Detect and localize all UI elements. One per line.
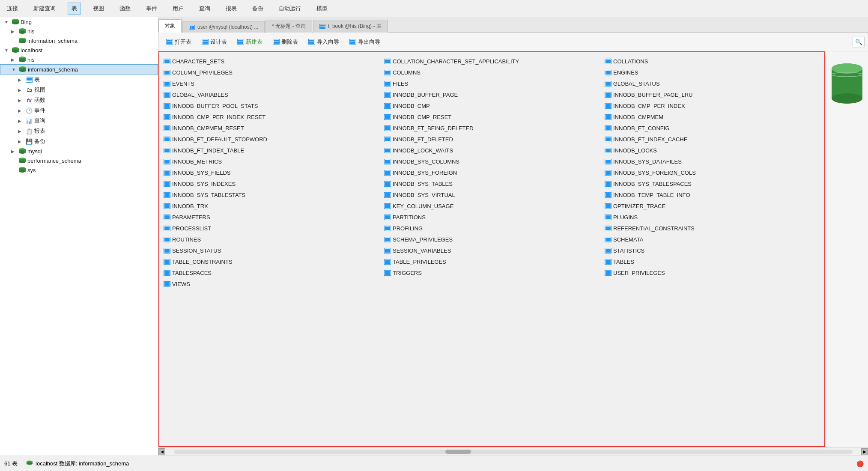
delete-table-btn[interactable]: 删除表 [268, 36, 302, 48]
table-entry[interactable]: INNODB_SYS_TABLESTATS [161, 189, 382, 200]
table-entry[interactable]: COLUMNS [382, 67, 602, 78]
menu-query[interactable]: 查询 [196, 3, 214, 14]
sidebar-item-mysql[interactable]: ▶ mysql [0, 146, 158, 156]
tab-t-book[interactable]: t_book @his (Bing) - 表 [313, 20, 388, 33]
table-entry[interactable]: INNODB_CMP_PER_INDEX [602, 100, 823, 111]
table-entry[interactable]: INNODB_TRX [161, 200, 382, 212]
design-table-btn[interactable]: 设计表 [197, 36, 231, 48]
table-entry[interactable]: FILES [382, 78, 602, 89]
table-entry[interactable]: INNODB_LOCK_WAITS [382, 145, 602, 156]
sidebar-item-localhost[interactable]: ▼ localhost [0, 45, 158, 55]
table-entry[interactable]: USER_PRIVILEGES [602, 267, 823, 278]
sidebar-item-event-group[interactable]: ▶ 🕐 事件 [0, 105, 158, 116]
table-entry[interactable]: INNODB_CMP_RESET [382, 111, 602, 122]
tab-objects[interactable]: 对象 [158, 19, 182, 33]
tab-user[interactable]: user @mysql (localhost) ... [182, 21, 265, 33]
menu-auto-run[interactable]: 自动运行 [275, 3, 304, 14]
sidebar-item-bing-infschema[interactable]: information_schema [0, 36, 158, 45]
table-entry[interactable]: STATISTICS [602, 245, 823, 256]
table-entry[interactable]: SESSION_VARIABLES [382, 245, 602, 256]
table-entry[interactable]: VIEWS [161, 278, 382, 289]
table-entry[interactable]: GLOBAL_VARIABLES [161, 89, 382, 100]
table-entry[interactable]: INNODB_SYS_COLUMNS [382, 156, 602, 167]
table-entry[interactable]: INNODB_CMPMEM [602, 111, 823, 122]
table-entry[interactable]: INNODB_CMP_PER_INDEX_RESET [161, 111, 382, 122]
table-entry[interactable]: INNODB_SYS_TABLES [382, 178, 602, 189]
sidebar-item-bing-his[interactable]: ▶ his [0, 27, 158, 36]
import-wizard-btn[interactable]: 导入向导 [304, 36, 343, 48]
table-entry[interactable]: TABLESPACES [161, 267, 382, 278]
menu-report[interactable]: 报表 [222, 3, 240, 14]
search-btn[interactable]: 🔍 [853, 36, 865, 48]
table-entry[interactable]: INNODB_SYS_VIRTUAL [382, 189, 602, 200]
horizontal-scrollbar[interactable]: ◀ ▶ [158, 447, 868, 456]
table-entry[interactable]: INNODB_CMPMEM_RESET [161, 122, 382, 134]
table-entry[interactable]: INNODB_SYS_TABLESPACES [602, 178, 823, 189]
table-entry[interactable]: GLOBAL_STATUS [602, 78, 823, 89]
table-entry[interactable]: INNODB_BUFFER_PAGE_LRU [602, 89, 823, 100]
table-entry[interactable]: INNODB_FT_DELETED [382, 134, 602, 145]
table-entry[interactable]: INNODB_FT_DEFAULT_STOPWORD [161, 134, 382, 145]
menu-table[interactable]: 表 [68, 3, 81, 15]
table-entry[interactable]: CHARACTER_SETS [161, 56, 382, 67]
sidebar-item-perf-schema[interactable]: performance_schema [0, 156, 158, 165]
new-table-btn[interactable]: 新建表 [233, 36, 267, 48]
table-entry[interactable]: PROCESSLIST [161, 223, 382, 234]
table-entry[interactable]: ROUTINES [161, 234, 382, 245]
table-entry[interactable]: INNODB_FT_CONFIG [602, 122, 823, 134]
sidebar-item-localhost-his[interactable]: ▶ his [0, 55, 158, 64]
table-entry[interactable]: PARAMETERS [161, 212, 382, 223]
menu-event[interactable]: 事件 [143, 3, 161, 14]
table-entry[interactable]: INNODB_BUFFER_POOL_STATS [161, 100, 382, 111]
table-entry[interactable]: INNODB_FT_INDEX_TABLE [161, 145, 382, 156]
scroll-right-btn[interactable]: ▶ [861, 448, 868, 455]
table-entry[interactable]: INNODB_BUFFER_PAGE [382, 89, 602, 100]
sidebar-item-backup-group[interactable]: ▶ 💾 备份 [0, 136, 158, 146]
sidebar-item-localhost-infschema[interactable]: ▼ information_schema [0, 64, 158, 75]
sidebar-item-sys[interactable]: sys [0, 165, 158, 175]
menu-model[interactable]: 模型 [313, 3, 331, 14]
table-entry[interactable]: TABLE_PRIVILEGES [382, 256, 602, 267]
table-entry[interactable]: SCHEMATA [602, 234, 823, 245]
tab-untitled[interactable]: * 无标题 - 查询 [265, 20, 312, 33]
sidebar-item-table-group[interactable]: ▶ 表 [0, 75, 158, 85]
table-entry[interactable]: INNODB_SYS_INDEXES [161, 178, 382, 189]
table-entry[interactable]: INNODB_SYS_FOREIGN_COLS [602, 167, 823, 178]
table-entry[interactable]: ENGINES [602, 67, 823, 78]
scrollbar-thumb[interactable] [445, 450, 471, 454]
sidebar-item-view-group[interactable]: ▶ 🗂 视图 [0, 85, 158, 95]
table-entry[interactable]: EVENTS [161, 78, 382, 89]
table-entry[interactable]: INNODB_SYS_FIELDS [161, 167, 382, 178]
sidebar-item-bing[interactable]: ▼ Bing [0, 17, 158, 27]
sidebar-item-report-group[interactable]: ▶ 📋 报表 [0, 126, 158, 136]
table-entry[interactable]: PARTITIONS [382, 212, 602, 223]
scroll-left-btn[interactable]: ◀ [158, 448, 165, 455]
table-entry[interactable]: INNODB_TEMP_TABLE_INFO [602, 189, 823, 200]
table-entry[interactable]: INNODB_SYS_DATAFILES [602, 156, 823, 167]
table-entry[interactable]: COLUMN_PRIVILEGES [161, 67, 382, 78]
table-entry[interactable]: PLUGINS [602, 212, 823, 223]
table-entry[interactable]: INNODB_FT_INDEX_CACHE [602, 134, 823, 145]
table-entry[interactable]: INNODB_CMP [382, 100, 602, 111]
sidebar-item-func-group[interactable]: ▶ fx 函数 [0, 95, 158, 105]
table-entry[interactable]: INNODB_LOCKS [602, 145, 823, 156]
menu-view[interactable]: 视图 [89, 3, 107, 14]
table-entry[interactable]: INNODB_SYS_FOREIGN [382, 167, 602, 178]
scrollbar-track[interactable] [174, 450, 853, 454]
menu-backup[interactable]: 备份 [249, 3, 267, 14]
table-entry[interactable]: SCHEMA_PRIVILEGES [382, 234, 602, 245]
table-entry[interactable]: KEY_COLUMN_USAGE [382, 200, 602, 212]
menu-function[interactable]: 函数 [116, 3, 134, 14]
table-entry[interactable]: TRIGGERS [382, 267, 602, 278]
table-entry[interactable]: OPTIMIZER_TRACE [602, 200, 823, 212]
table-entry[interactable]: INNODB_METRICS [161, 156, 382, 167]
table-entry[interactable]: COLLATIONS [602, 56, 823, 67]
menu-new-query[interactable]: 新建查询 [30, 3, 59, 14]
table-entry[interactable]: TABLE_CONSTRAINTS [161, 256, 382, 267]
table-entry[interactable]: REFERENTIAL_CONSTRAINTS [602, 223, 823, 234]
table-entry[interactable]: PROFILING [382, 223, 602, 234]
open-table-btn[interactable]: 打开表 [162, 36, 196, 48]
menu-user[interactable]: 用户 [169, 3, 187, 14]
sidebar-item-query-group[interactable]: ▶ 📊 查询 [0, 116, 158, 126]
table-entry[interactable]: TABLES [602, 256, 823, 267]
